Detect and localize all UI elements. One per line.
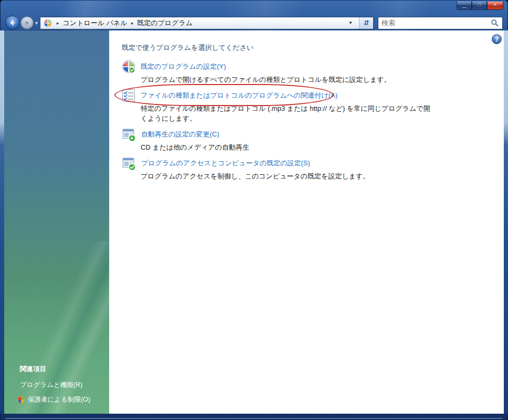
window-controls: — □ ✕ bbox=[457, 2, 503, 10]
file-association-icon bbox=[122, 89, 135, 102]
close-button[interactable]: ✕ bbox=[487, 2, 503, 10]
window-frame-right bbox=[504, 30, 508, 414]
explorer-window: — □ ✕ ▾ bbox=[0, 0, 508, 420]
task-sidebar: 関連項目 プログラムと機能(R) bbox=[4, 30, 109, 414]
search-box bbox=[378, 17, 503, 29]
default-programs-icon bbox=[122, 60, 135, 74]
title-bar[interactable]: — □ ✕ bbox=[0, 0, 508, 16]
task-link-associate-file-type[interactable]: ファイルの種類またはプロトコルのプログラムへの関連付け(A) bbox=[141, 91, 337, 100]
maximize-button[interactable]: □ bbox=[472, 2, 487, 10]
autoplay-icon bbox=[122, 128, 136, 142]
recent-pages-chevron-icon[interactable]: ▾ bbox=[34, 20, 40, 26]
forward-arrow-icon bbox=[24, 19, 30, 26]
minimize-icon: — bbox=[462, 5, 467, 9]
maximize-icon: □ bbox=[478, 3, 481, 7]
page-title: 既定で使うプログラムを選択してください bbox=[122, 43, 493, 52]
task-link-row[interactable]: プログラムのアクセスとコンピュータの既定の設定(S) bbox=[122, 155, 493, 171]
task-set-default-programs: 既定のプログラムの設定(Y) プログラムで開けるすべてのファイルの種類とプロトコ… bbox=[122, 59, 493, 85]
help-button[interactable]: ? bbox=[492, 34, 502, 44]
task-link-set-default-programs[interactable]: 既定のプログラムの設定(Y) bbox=[141, 62, 226, 71]
breadcrumb-arrow-icon: ▸ bbox=[53, 20, 63, 26]
task-description: 特定のファイルの種類またはプロトコル (.mp3 または http:// など)… bbox=[141, 103, 432, 123]
task-associate-file-type: ファイルの種類またはプロトコルのプログラムへの関連付け(A) 特定のファイルの種… bbox=[122, 88, 493, 123]
parental-controls-shield-icon bbox=[17, 396, 25, 404]
breadcrumb-item-control-panel[interactable]: コントロール パネル bbox=[63, 18, 128, 28]
window-body: 関連項目 プログラムと機能(R) bbox=[4, 30, 504, 414]
sidebar-item-parental-controls[interactable]: 保護者による制限(O) bbox=[17, 395, 90, 404]
address-bar[interactable]: ▸ コントロール パネル ▸ 既定のプログラム ▼ ⇵ bbox=[40, 17, 374, 29]
close-icon: ✕ bbox=[493, 3, 498, 7]
refresh-icon: ⇵ bbox=[364, 19, 369, 27]
related-items-section: 関連項目 プログラムと機能(R) bbox=[18, 365, 90, 404]
task-link-change-autoplay[interactable]: 自動再生の設定の変更(C) bbox=[141, 130, 219, 139]
search-icon[interactable] bbox=[490, 19, 502, 27]
refresh-button[interactable]: ⇵ bbox=[359, 17, 373, 29]
navigation-toolbar: ▾ ▸ コントロール パネル ▸ 既定のプログラム ▼ ⇵ bbox=[4, 15, 503, 30]
back-arrow-icon bbox=[8, 19, 16, 27]
default-programs-small-icon bbox=[44, 19, 52, 27]
task-change-autoplay: 自動再生の設定の変更(C) CD または他のメディアの自動再生 bbox=[122, 127, 493, 152]
task-program-access-defaults: プログラムのアクセスとコンピュータの既定の設定(S) プログラムのアクセスを制御… bbox=[122, 155, 493, 181]
task-link-program-access-defaults[interactable]: プログラムのアクセスとコンピュータの既定の設定(S) bbox=[141, 159, 310, 168]
window-frame-left bbox=[0, 30, 4, 414]
program-access-icon bbox=[122, 156, 136, 171]
sidebar-item-label: 保護者による制限(O) bbox=[28, 395, 90, 404]
task-link-row[interactable]: ファイルの種類またはプロトコルのプログラムへの関連付け(A) bbox=[122, 88, 493, 103]
task-link-row[interactable]: 自動再生の設定の変更(C) bbox=[122, 127, 493, 142]
search-input[interactable] bbox=[378, 19, 490, 27]
task-description: プログラムで開けるすべてのファイルの種類とプロトコルを既定に設定します。 bbox=[141, 75, 432, 85]
help-icon: ? bbox=[495, 36, 499, 43]
window-frame-bottom bbox=[5, 418, 503, 419]
back-button[interactable] bbox=[5, 16, 19, 30]
address-dropdown-icon[interactable]: ▼ bbox=[344, 20, 357, 25]
task-link-row[interactable]: 既定のプログラムの設定(Y) bbox=[122, 59, 493, 75]
task-description: CD または他のメディアの自動再生 bbox=[141, 142, 432, 152]
minimize-button[interactable]: — bbox=[457, 2, 472, 10]
breadcrumb-arrow-icon: ▸ bbox=[128, 20, 137, 26]
breadcrumb-item-default-programs[interactable]: 既定のプログラム bbox=[137, 18, 193, 28]
forward-button[interactable] bbox=[20, 16, 34, 29]
related-items-header: 関連項目 bbox=[20, 365, 90, 374]
task-description: プログラムのアクセスを制御し、このコンピュータの既定を設定します。 bbox=[141, 171, 432, 181]
breadcrumb: ▸ コントロール パネル ▸ 既定のプログラム ▼ bbox=[40, 17, 359, 29]
sidebar-item-programs-and-features[interactable]: プログラムと機能(R) bbox=[20, 381, 90, 390]
main-content: ? 既定で使うプログラムを選択してください bbox=[109, 30, 504, 414]
task-list: 既定のプログラムの設定(Y) プログラムで開けるすべてのファイルの種類とプロトコ… bbox=[122, 59, 493, 181]
